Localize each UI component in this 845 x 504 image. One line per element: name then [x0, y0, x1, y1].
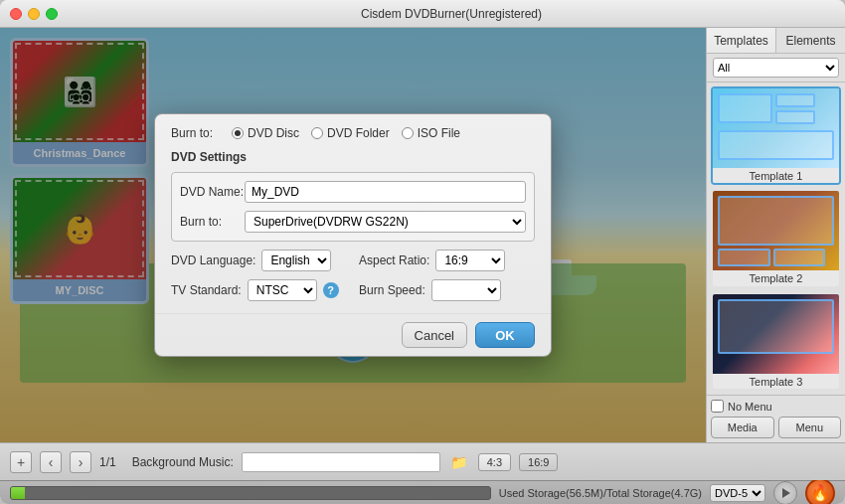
dvd-name-input[interactable] — [245, 181, 526, 203]
template-frames-1 — [713, 88, 839, 168]
page-indicator: 1/1 — [99, 455, 116, 469]
tv-standard-label: TV Standard: — [171, 283, 242, 297]
radio-dvd-disc[interactable]: DVD Disc — [232, 126, 299, 140]
storage-progress-fill — [11, 487, 25, 499]
folder-browse-button[interactable]: 📁 — [448, 451, 470, 473]
radio-dvd-folder[interactable]: DVD Folder — [311, 126, 390, 140]
burn-to-row: Burn to: DVD Disc DVD Folder — [155, 114, 551, 146]
aspect-ratio-col: Aspect Ratio: 16:9 4:3 — [359, 250, 535, 271]
template-preview-3 — [713, 294, 839, 374]
radio-dvd-folder-dot — [311, 127, 323, 139]
app-window: Cisdem DVDBurner(Unregistered) OUT_TO_PL… — [0, 0, 845, 504]
burn-button[interactable]: 🔥 — [805, 478, 835, 505]
template-item-2[interactable]: Template 2 — [711, 189, 841, 287]
status-bar: Used Storage(56.5M)/Total Storage(4.7G) … — [0, 480, 845, 504]
menu-button[interactable]: Menu — [778, 417, 842, 438]
template-name-3: Template 3 — [713, 374, 839, 390]
tv-standard-select[interactable]: NTSC PAL — [248, 279, 317, 301]
ok-button[interactable]: OK — [475, 322, 535, 348]
burn-to-drive-row: Burn to: SuperDrive(DVDRW GS22N) — [180, 211, 526, 233]
tv-standard-col: TV Standard: NTSC PAL ? — [171, 279, 347, 301]
template-bottom-controls: No Menu Media Menu — [707, 395, 845, 442]
tab-templates[interactable]: Templates — [707, 28, 776, 53]
status-play-button[interactable] — [773, 481, 797, 505]
burn-speed-label: Burn Speed: — [359, 283, 425, 297]
template-name-2: Template 2 — [713, 270, 839, 286]
template-tabs: Templates Elements — [707, 28, 845, 54]
main-content: OUT_TO_PLAY_ 👨‍👩‍👧‍👦 Christmas_Dance — [0, 28, 845, 442]
ratio-4-3-button[interactable]: 4:3 — [478, 453, 511, 471]
cancel-button[interactable]: Cancel — [402, 322, 467, 348]
modal-body: DVD Name: Burn to: SuperDrive(DVDRW GS22… — [155, 168, 551, 313]
template-action-buttons: Media Menu — [711, 417, 841, 438]
template-filter-select[interactable]: All — [713, 58, 839, 78]
burn-to-label: Burn to: — [171, 126, 226, 140]
dvd-language-col: DVD Language: English — [171, 250, 347, 271]
modal-overlay: Burn to: DVD Disc DVD Folder — [0, 28, 706, 442]
window-controls — [10, 8, 58, 20]
radio-dvd-disc-dot — [232, 127, 244, 139]
title-bar: Cisdem DVDBurner(Unregistered) — [0, 0, 845, 28]
template-filter: All — [707, 54, 845, 83]
burn-to-drive-select[interactable]: SuperDrive(DVDRW GS22N) — [245, 211, 526, 233]
ratio-16-9-button[interactable]: 16:9 — [519, 453, 558, 471]
storage-text: Used Storage(56.5M)/Total Storage(4.7G) — [499, 487, 702, 499]
template-item-1[interactable]: Template 1 — [711, 86, 841, 185]
dvd-type-select[interactable]: DVD-5 DVD-9 — [710, 484, 765, 502]
dvd-language-select[interactable]: English — [261, 250, 331, 271]
next-button[interactable]: › — [70, 451, 91, 473]
bg-music-label: Background Music: — [132, 455, 234, 469]
maximize-button[interactable] — [46, 8, 58, 20]
tvstandard-speed-row: TV Standard: NTSC PAL ? Burn Speed: — [171, 279, 535, 301]
tab-elements[interactable]: Elements — [776, 28, 845, 53]
tmpl-frame-2-sm2 — [773, 249, 826, 266]
template-frames-3 — [713, 294, 839, 374]
template-item-3[interactable]: Template 3 — [711, 292, 841, 391]
tmpl-frame-2-sm1 — [718, 249, 770, 266]
prev-button[interactable]: ‹ — [40, 451, 62, 473]
add-button[interactable]: + — [10, 451, 32, 473]
aspect-ratio-label: Aspect Ratio: — [359, 253, 429, 267]
dvd-settings-box: DVD Name: Burn to: SuperDrive(DVDRW GS22… — [171, 172, 535, 242]
modal-footer: Cancel OK — [155, 313, 551, 356]
dvd-name-label: DVD Name: — [180, 185, 245, 199]
template-list: Template 1 Template 2 — [707, 83, 845, 395]
minimize-button[interactable] — [28, 8, 40, 20]
burn-settings-dialog: Burn to: DVD Disc DVD Folder — [154, 113, 552, 357]
template-name-1: Template 1 — [713, 168, 839, 184]
storage-progress-bar — [10, 486, 491, 500]
no-menu-row: No Menu — [711, 400, 841, 413]
template-preview-2 — [713, 191, 839, 270]
tmpl-frame-sm-1 — [775, 93, 815, 107]
burn-to-drive-label: Burn to: — [180, 215, 245, 229]
template-frames-2 — [713, 191, 839, 270]
help-icon[interactable]: ? — [323, 282, 339, 298]
window-title: Cisdem DVDBurner(Unregistered) — [68, 7, 835, 21]
template-panel: Templates Elements All — [706, 28, 845, 442]
tmpl-frame-2-large — [718, 196, 834, 246]
media-button[interactable]: Media — [711, 417, 774, 438]
bg-music-input-display[interactable] — [242, 452, 440, 472]
tmpl-frame-3-large — [718, 299, 834, 354]
dvd-language-label: DVD Language: — [171, 253, 255, 267]
dvd-name-row: DVD Name: — [180, 181, 526, 203]
close-button[interactable] — [10, 8, 22, 20]
bottom-toolbar: + ‹ › 1/1 Background Music: 📁 4:3 16:9 — [0, 442, 845, 480]
no-menu-label: No Menu — [728, 401, 772, 413]
preview-panel: OUT_TO_PLAY_ 👨‍👩‍👧‍👦 Christmas_Dance — [0, 28, 706, 442]
tmpl-frame-sm-2 — [775, 110, 815, 124]
no-menu-checkbox[interactable] — [711, 400, 724, 413]
lang-aspect-row: DVD Language: English Aspect Ratio: 16:9… — [171, 250, 535, 271]
burn-target-radio-group: DVD Disc DVD Folder ISO File — [232, 126, 460, 140]
dvd-settings-title: DVD Settings — [155, 146, 551, 168]
radio-iso-file[interactable]: ISO File — [402, 126, 460, 140]
tmpl-frame-bottom — [718, 130, 834, 160]
tmpl-frame-large — [718, 93, 772, 123]
burn-speed-col: Burn Speed: Max — [359, 279, 535, 301]
template-preview-1 — [713, 88, 839, 168]
aspect-ratio-select[interactable]: 16:9 4:3 — [435, 250, 505, 271]
radio-iso-file-dot — [402, 127, 414, 139]
burn-speed-select[interactable]: Max — [431, 279, 501, 301]
